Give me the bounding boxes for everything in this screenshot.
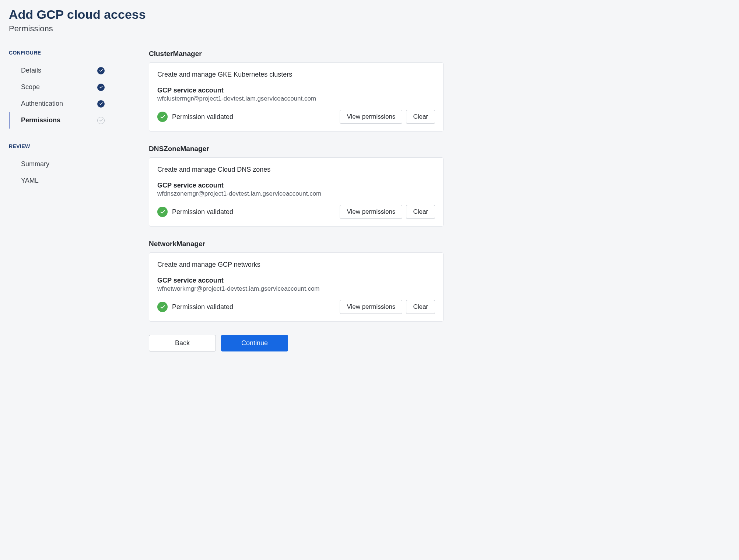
wizard-sidebar: CONFIGURE Details Scope Authentication — [9, 50, 105, 204]
status-text: Permission validated — [172, 208, 233, 216]
success-check-icon — [157, 112, 168, 122]
sidebar-item-label: Permissions — [21, 116, 60, 124]
clear-button[interactable]: Clear — [406, 300, 435, 314]
sidebar-item-yaml[interactable]: YAML — [9, 172, 105, 189]
status-text: Permission validated — [172, 113, 233, 121]
back-button[interactable]: Back — [149, 335, 216, 351]
page-subtitle: Permissions — [9, 24, 730, 34]
continue-button[interactable]: Continue — [221, 335, 288, 351]
sidebar-item-summary[interactable]: Summary — [9, 156, 105, 172]
service-account-value: wfdnszonemgr@project1-devtest.iam.gservi… — [157, 190, 435, 197]
status-text: Permission validated — [172, 303, 233, 311]
sidebar-item-scope[interactable]: Scope — [9, 79, 105, 95]
clear-button[interactable]: Clear — [406, 110, 435, 124]
clear-button[interactable]: Clear — [406, 205, 435, 219]
permission-title: ClusterManager — [149, 50, 444, 58]
sidebar-item-details[interactable]: Details — [9, 62, 105, 79]
sidebar-section-review: REVIEW — [9, 143, 105, 149]
service-account-label: GCP service account — [157, 182, 435, 189]
check-icon — [97, 100, 105, 108]
service-account-label: GCP service account — [157, 277, 435, 284]
sidebar-section-configure: CONFIGURE — [9, 50, 105, 56]
success-check-icon — [157, 302, 168, 312]
permission-block-networkmanager: NetworkManager Create and manage GCP net… — [149, 240, 444, 322]
permission-title: NetworkManager — [149, 240, 444, 248]
permission-block-clustermanager: ClusterManager Create and manage GKE Kub… — [149, 50, 444, 132]
sidebar-item-authentication[interactable]: Authentication — [9, 95, 105, 112]
sidebar-item-label: Details — [21, 67, 41, 74]
view-permissions-button[interactable]: View permissions — [340, 110, 402, 124]
permission-status: Permission validated — [157, 207, 233, 217]
service-account-value: wfnetworkmgr@project1-devtest.iam.gservi… — [157, 285, 435, 293]
check-pending-icon — [97, 117, 105, 124]
sidebar-item-label: Scope — [21, 83, 40, 91]
permission-description: Create and manage Cloud DNS zones — [157, 166, 435, 174]
view-permissions-button[interactable]: View permissions — [340, 205, 402, 219]
permission-card: Create and manage GCP networks GCP servi… — [149, 252, 444, 322]
permission-status: Permission validated — [157, 302, 233, 312]
main-content: ClusterManager Create and manage GKE Kub… — [149, 50, 444, 351]
permission-card: Create and manage GKE Kubernetes cluster… — [149, 62, 444, 132]
sidebar-item-label: YAML — [21, 177, 39, 185]
service-account-value: wfclustermgr@project1-devtest.iam.gservi… — [157, 95, 435, 102]
permission-card: Create and manage Cloud DNS zones GCP se… — [149, 157, 444, 227]
service-account-label: GCP service account — [157, 87, 435, 94]
wizard-footer-actions: Back Continue — [149, 335, 444, 351]
permission-status: Permission validated — [157, 112, 233, 122]
permission-block-dnszonemanager: DNSZoneManager Create and manage Cloud D… — [149, 145, 444, 227]
permission-description: Create and manage GCP networks — [157, 261, 435, 269]
sidebar-item-label: Summary — [21, 160, 49, 168]
view-permissions-button[interactable]: View permissions — [340, 300, 402, 314]
page-title: Add GCP cloud access — [9, 7, 730, 22]
check-icon — [97, 67, 105, 74]
permission-description: Create and manage GKE Kubernetes cluster… — [157, 71, 435, 78]
success-check-icon — [157, 207, 168, 217]
permission-title: DNSZoneManager — [149, 145, 444, 153]
check-icon — [97, 84, 105, 91]
sidebar-item-permissions[interactable]: Permissions — [9, 112, 105, 129]
sidebar-item-label: Authentication — [21, 100, 63, 108]
